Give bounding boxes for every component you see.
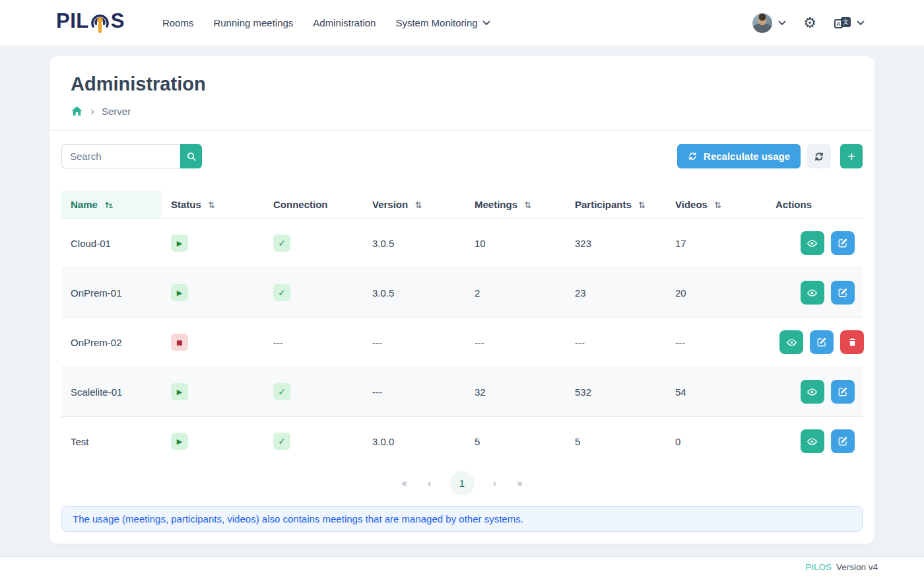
edit-button[interactable] [831, 231, 855, 255]
logo-text-left: PIL [56, 10, 89, 32]
server-videos: 17 [666, 219, 766, 268]
trash-icon [847, 337, 857, 347]
server-videos: --- [666, 318, 766, 367]
view-button[interactable] [801, 231, 824, 255]
play-icon: ▶ [171, 433, 188, 450]
server-participants: --- [566, 318, 666, 367]
pagination-last-icon[interactable]: » [515, 478, 525, 489]
server-meetings: 5 [465, 417, 566, 466]
column-header-connection: Connection [264, 191, 363, 219]
server-name: OnPrem-01 [61, 268, 162, 318]
translate-icon: A 文 [834, 17, 851, 28]
edit-button[interactable] [831, 281, 855, 305]
edit-button[interactable] [810, 330, 834, 354]
pilos-logo-icon [90, 10, 110, 36]
breadcrumb: › Server [71, 105, 853, 117]
server-meetings: 10 [465, 219, 566, 268]
view-button[interactable] [801, 429, 824, 453]
user-menu-chevron-down-icon[interactable] [778, 20, 786, 26]
server-participants: 5 [566, 417, 666, 466]
view-button[interactable] [801, 380, 824, 404]
nav-item-running-meetings[interactable]: Running meetings [213, 17, 293, 28]
column-header-meetings[interactable]: Meetings ⇅ [465, 191, 566, 219]
search-button[interactable] [180, 144, 202, 168]
gear-icon[interactable]: ⚙ [803, 16, 816, 30]
play-icon: ▶ [171, 284, 188, 301]
table-row: Test ▶ ✓ 3.0.0 5 5 0 [61, 417, 863, 466]
chevron-down-icon [482, 20, 490, 26]
check-icon: ✓ [273, 383, 290, 400]
server-videos: 20 [666, 268, 766, 318]
search-icon [186, 151, 197, 162]
pilos-logo[interactable]: PIL S [56, 10, 125, 36]
nav-item-administration[interactable]: Administration [313, 17, 376, 28]
view-button[interactable] [779, 330, 803, 354]
edit-icon [838, 386, 848, 397]
search-input[interactable] [61, 144, 180, 168]
recalculate-usage-button[interactable]: Recalculate usage [677, 144, 801, 168]
home-icon[interactable] [71, 105, 83, 117]
reload-button[interactable] [807, 144, 831, 168]
server-participants: 323 [566, 219, 666, 268]
card-header: Administration › Server [50, 56, 874, 131]
check-icon: ✓ [273, 235, 290, 252]
pagination: « ‹ 1 › » [61, 471, 863, 495]
breadcrumb-current: Server [102, 106, 131, 117]
language-chevron-down-icon [857, 20, 865, 26]
pagination-first-icon[interactable]: « [400, 478, 409, 489]
delete-button[interactable] [840, 330, 864, 354]
sort-ascending-icon [104, 200, 114, 209]
server-videos: 0 [666, 417, 766, 466]
server-version: 3.0.0 [363, 417, 465, 466]
logo-text-right: S [111, 10, 125, 32]
pagination-next-icon[interactable]: › [490, 478, 500, 489]
search-group [61, 144, 202, 168]
sync-icon [688, 151, 698, 161]
server-version: 3.0.5 [363, 219, 465, 268]
column-header-version[interactable]: Version ⇅ [363, 191, 465, 219]
footer-brand: PILOS [805, 562, 832, 572]
edit-icon [816, 337, 827, 347]
table-row: Cloud-01 ▶ ✓ 3.0.5 10 323 17 [61, 219, 863, 268]
language-selector[interactable]: A 文 [834, 17, 865, 28]
eye-icon [807, 436, 818, 447]
nav-links: Rooms Running meetings Administration Sy… [162, 17, 490, 28]
column-header-name[interactable]: Name [61, 191, 162, 219]
sort-icon: ⇅ [638, 200, 645, 210]
pagination-page-1[interactable]: 1 [450, 471, 475, 495]
edit-button[interactable] [831, 429, 855, 453]
sort-icon: ⇅ [208, 200, 215, 210]
server-participants: 532 [566, 367, 666, 417]
edit-button[interactable] [831, 380, 855, 404]
user-avatar[interactable] [752, 13, 772, 33]
eye-icon [807, 238, 818, 249]
table-row: OnPrem-01 ▶ ✓ 3.0.5 2 23 20 [61, 268, 863, 318]
check-icon: ✓ [273, 433, 290, 450]
nav-item-system-monitoring[interactable]: System Monitoring [395, 17, 490, 28]
top-navbar: PIL S Rooms Running meetings Administrat… [0, 0, 924, 46]
add-server-button[interactable]: + [840, 144, 863, 168]
edit-icon [838, 238, 848, 248]
server-name: OnPrem-02 [61, 318, 162, 367]
server-version: --- [363, 318, 465, 367]
table-header-row: Name Status ⇅ [61, 191, 863, 219]
view-button[interactable] [801, 281, 824, 305]
pagination-prev-icon[interactable]: ‹ [425, 478, 434, 489]
column-header-status[interactable]: Status ⇅ [162, 191, 264, 219]
server-name: Cloud-01 [61, 219, 162, 268]
server-meetings: 32 [465, 367, 566, 417]
column-header-videos[interactable]: Videos ⇅ [666, 191, 766, 219]
sort-icon: ⇅ [524, 200, 531, 210]
server-meetings: 2 [465, 268, 566, 318]
refresh-icon [814, 151, 824, 162]
card-body: Recalculate usage + [50, 131, 874, 544]
server-name: Test [61, 417, 162, 466]
plus-icon: + [847, 150, 855, 163]
navbar-right: ⚙ A 文 [752, 13, 865, 33]
nav-item-rooms[interactable]: Rooms [162, 17, 194, 28]
footer-version: Version v4 [836, 562, 878, 572]
usage-info-message: The usage (meetings, participants, video… [61, 506, 863, 532]
main-card: Administration › Server [50, 56, 874, 544]
column-header-participants[interactable]: Participants ⇅ [566, 191, 666, 219]
footer: PILOSVersion v4 [0, 556, 924, 578]
